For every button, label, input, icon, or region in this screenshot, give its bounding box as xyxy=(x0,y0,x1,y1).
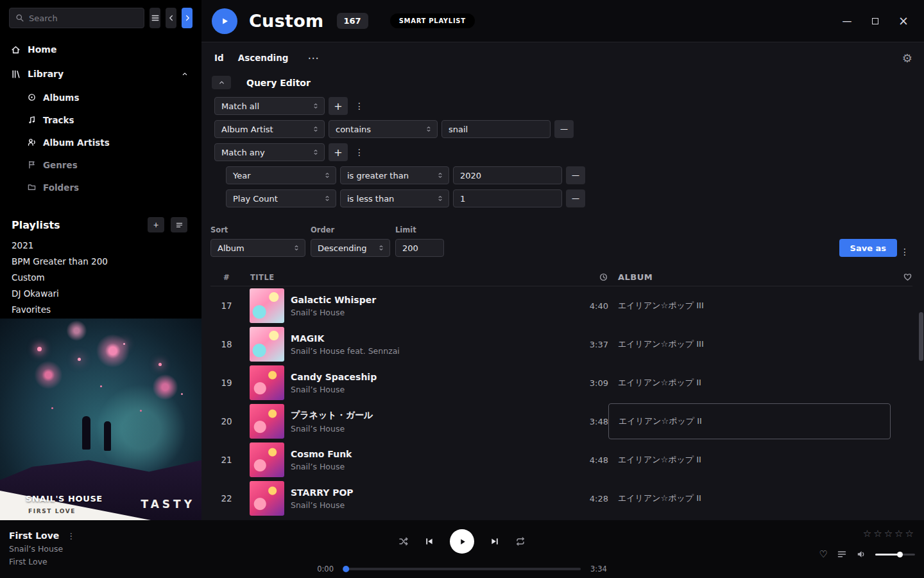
more-options-button[interactable]: ⋯ xyxy=(308,51,320,64)
sidebar-item-tracks[interactable]: Tracks xyxy=(0,109,201,131)
sort-direction-button[interactable]: Ascending xyxy=(238,53,289,63)
playlist-item-favorites[interactable]: Favorites xyxy=(0,301,201,317)
queue-icon[interactable] xyxy=(837,549,847,559)
track-album[interactable]: エイリアン☆ポップ III xyxy=(608,288,891,324)
track-table-header: # TITLE ALBUM xyxy=(210,268,912,286)
search-box[interactable] xyxy=(9,8,144,28)
remove-rule-button[interactable]: — xyxy=(554,120,574,138)
group-match-mode-select[interactable]: Match any xyxy=(214,143,325,161)
sidebar-item-home[interactable]: Home xyxy=(0,37,201,62)
volume-icon[interactable] xyxy=(856,549,866,559)
add-group-rule-button[interactable]: + xyxy=(329,143,348,161)
rule-value-input[interactable] xyxy=(441,120,551,138)
artist-icon xyxy=(27,137,37,147)
add-playlist-button[interactable]: + xyxy=(148,217,164,232)
player-bar: First Love ⋮ Snail’s House First Love xyxy=(0,520,924,578)
remove-group-rule-button[interactable]: — xyxy=(566,166,585,184)
now-playing-menu-button[interactable]: ⋮ xyxy=(67,531,75,541)
column-header-number[interactable]: # xyxy=(210,273,243,282)
sort-field-button[interactable]: Id xyxy=(214,53,224,63)
group-rule-field-select[interactable]: Year xyxy=(226,166,336,184)
track-album[interactable]: エイリアン☆ポップ II xyxy=(608,365,891,401)
maximize-button[interactable] xyxy=(870,16,880,26)
group-rule-value-input[interactable] xyxy=(453,189,562,207)
track-title: MAGIK xyxy=(291,333,572,344)
now-playing-info: First Love ⋮ Snail’s House First Love xyxy=(9,530,75,566)
column-header-title[interactable]: TITLE xyxy=(243,273,572,282)
chevron-up-icon xyxy=(218,79,225,86)
collapse-query-editor-button[interactable] xyxy=(212,76,231,89)
star-icon[interactable]: ☆ xyxy=(905,528,914,539)
nav-back-button[interactable] xyxy=(166,8,176,28)
nav-forward-button[interactable] xyxy=(182,8,193,28)
limit-input[interactable] xyxy=(395,239,444,257)
star-icon[interactable]: ☆ xyxy=(894,528,903,539)
save-as-button[interactable]: Save as xyxy=(839,239,897,257)
table-row[interactable]: 19 Candy SpaceshipSnail’s House 3:09 エイリ… xyxy=(210,363,912,402)
match-mode-select[interactable]: Match all xyxy=(214,97,325,115)
progress-slider-thumb[interactable] xyxy=(343,566,349,572)
play-pause-button[interactable] xyxy=(450,529,474,554)
group-rule-value-input[interactable] xyxy=(453,166,562,184)
playlist-item-dj-okawari[interactable]: DJ Okawari xyxy=(0,285,201,301)
volume-slider-thumb[interactable] xyxy=(897,552,903,557)
column-header-album[interactable]: ALBUM xyxy=(608,272,891,282)
playlist-item-custom[interactable]: Custom xyxy=(0,269,201,285)
table-row[interactable]: 20 プラネット・ガールSnail’s House 3:48 エイリアン☆ポップ… xyxy=(210,402,912,441)
rule-field-select[interactable]: Album Artist xyxy=(214,120,325,138)
minimize-button[interactable]: — xyxy=(842,16,852,26)
now-playing-artist[interactable]: Snail’s House xyxy=(9,544,75,554)
album-art-thumbnail xyxy=(250,481,284,516)
table-row[interactable]: 18 MAGIKSnail’s House feat. Sennzai 3:37… xyxy=(210,325,912,363)
star-icon[interactable]: ☆ xyxy=(863,528,871,539)
favorite-button[interactable]: ♡ xyxy=(819,548,828,560)
group-menu-button[interactable]: ⋮ xyxy=(352,147,367,157)
star-icon[interactable]: ☆ xyxy=(873,528,882,539)
volume-slider[interactable] xyxy=(875,554,915,556)
home-icon xyxy=(10,44,21,55)
playlist-item-2021[interactable]: 2021 xyxy=(0,237,201,253)
track-album[interactable]: エイリアン☆ポップ II xyxy=(608,480,891,516)
save-menu-button[interactable]: ⋮ xyxy=(897,247,912,257)
add-rule-button[interactable]: + xyxy=(329,97,348,115)
sidebar-item-albums[interactable]: Albums xyxy=(0,86,201,109)
rule-operator-select[interactable]: contains xyxy=(329,120,438,138)
sidebar-item-folders[interactable]: Folders xyxy=(0,176,201,198)
close-button[interactable]: × xyxy=(898,16,909,26)
sort-select[interactable]: Album xyxy=(210,239,305,257)
star-icon[interactable]: ☆ xyxy=(884,528,893,539)
sidebar-item-library[interactable]: Library xyxy=(0,62,201,86)
sidebar-item-genres[interactable]: Genres xyxy=(0,153,201,176)
progress-slider[interactable] xyxy=(343,568,581,570)
column-header-duration[interactable] xyxy=(572,272,608,282)
order-select[interactable]: Descending xyxy=(311,239,390,257)
remove-group-rule-button[interactable]: — xyxy=(566,189,585,207)
track-album-focused[interactable]: エイリアン☆ポップ II xyxy=(608,403,891,439)
now-playing-artwork[interactable]: SNAIL'S HOUSE FIRST LOVE TASTY xyxy=(0,319,201,520)
group-rule-field-select[interactable]: Play Count xyxy=(226,189,336,207)
playlist-options-button[interactable] xyxy=(171,217,187,232)
group-rule-operator-select[interactable]: is greater than xyxy=(340,166,449,184)
search-input[interactable] xyxy=(29,13,138,23)
table-row[interactable]: 21 Cosmo FunkSnail’s House 4:48 エイリアン☆ポッ… xyxy=(210,441,912,479)
column-header-favorite[interactable] xyxy=(891,272,912,282)
scrollbar-thumb[interactable] xyxy=(919,312,923,361)
menu-button[interactable] xyxy=(150,8,160,28)
sidebar-item-album-artists[interactable]: Album Artists xyxy=(0,131,201,153)
previous-track-button[interactable] xyxy=(424,536,434,547)
next-track-button[interactable] xyxy=(490,536,500,547)
repeat-button[interactable] xyxy=(515,536,526,547)
table-row[interactable]: 22 STARRY POPSnail’s House 4:28 エイリアン☆ポッ… xyxy=(210,479,912,518)
previous-icon xyxy=(424,536,434,547)
settings-button[interactable]: ⚙ xyxy=(902,51,912,65)
shuffle-button[interactable] xyxy=(398,536,409,547)
track-album[interactable]: エイリアン☆ポップ II xyxy=(608,442,891,478)
now-playing-album[interactable]: First Love xyxy=(9,557,75,566)
table-row[interactable]: 17 Galactic WhisperSnail’s House 4:40 エイ… xyxy=(210,286,912,325)
group-rule-operator-select[interactable]: is less than xyxy=(340,189,449,207)
track-album[interactable]: エイリアン☆ポップ III xyxy=(608,326,891,362)
play-playlist-button[interactable] xyxy=(212,8,237,34)
playlist-item-bpm[interactable]: BPM Greater than 200 xyxy=(0,253,201,269)
rule-group-menu-button[interactable]: ⋮ xyxy=(352,101,367,111)
track-count-badge: 167 xyxy=(337,13,368,29)
